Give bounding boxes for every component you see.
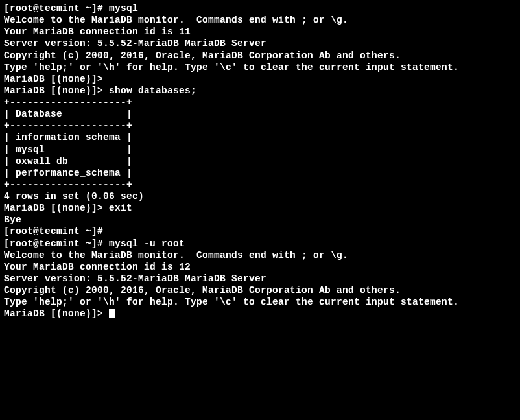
table-row: | performance_schema | [4,167,516,179]
table-row: | information_schema | [4,132,516,143]
table-row: | mysql | [4,144,516,156]
mariadb-prompt-active[interactable]: MariaDB [(none)]> [4,308,516,320]
help-line: Type 'help;' or '\h' for help. Type '\c'… [4,296,516,308]
server-version-line: Server version: 5.5.52-MariaDB MariaDB S… [4,38,516,49]
table-border: +--------------------+ [4,120,516,132]
table-header: | Database | [4,108,516,120]
table-border: +--------------------+ [4,97,516,108]
prompt-text: MariaDB [(none)]> [4,309,109,319]
shell-prompt-line: [root@tecmint ~]# mysql [4,3,516,14]
help-line: Type 'help;' or '\h' for help. Type '\c'… [4,62,516,73]
rows-summary: 4 rows in set (0.06 sec) [4,191,516,202]
copyright-line: Copyright (c) 2000, 2016, Oracle, MariaD… [4,50,516,62]
shell-prompt-empty: [root@tecmint ~]# [4,226,516,237]
terminal-output[interactable]: [root@tecmint ~]# mysql Welcome to the M… [4,3,516,320]
mariadb-prompt-exit: MariaDB [(none)]> exit [4,202,516,214]
table-row: | oxwall_db | [4,156,516,167]
mariadb-prompt-empty: MariaDB [(none)]> [4,73,516,85]
copyright-line: Copyright (c) 2000, 2016, Oracle, MariaD… [4,285,516,296]
shell-prompt-mysql-root: [root@tecmint ~]# mysql -u root [4,238,516,250]
connection-id-line: Your MariaDB connection id is 11 [4,26,516,38]
bye-line: Bye [4,214,516,226]
welcome-line: Welcome to the MariaDB monitor. Commands… [4,14,516,26]
table-border: +--------------------+ [4,179,516,191]
connection-id-line: Your MariaDB connection id is 12 [4,261,516,273]
mariadb-prompt-show-databases: MariaDB [(none)]> show databases; [4,85,516,97]
welcome-line: Welcome to the MariaDB monitor. Commands… [4,250,516,261]
cursor-icon [109,309,115,318]
server-version-line: Server version: 5.5.52-MariaDB MariaDB S… [4,273,516,285]
